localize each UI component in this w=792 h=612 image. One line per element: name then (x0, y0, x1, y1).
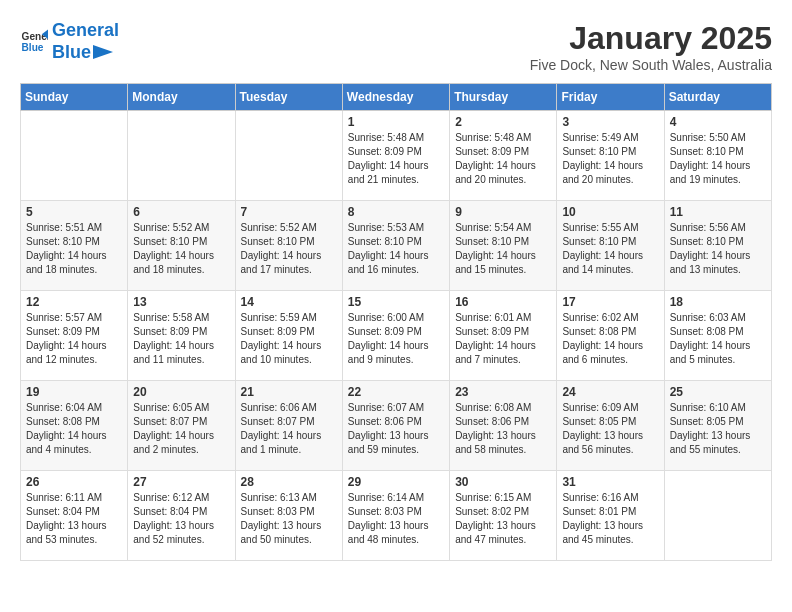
day-detail: Sunrise: 6:16 AM Sunset: 8:01 PM Dayligh… (562, 491, 658, 547)
day-detail: Sunrise: 6:03 AM Sunset: 8:08 PM Dayligh… (670, 311, 766, 367)
day-number: 21 (241, 385, 337, 399)
calendar-cell: 4Sunrise: 5:50 AM Sunset: 8:10 PM Daylig… (664, 111, 771, 201)
day-detail: Sunrise: 6:10 AM Sunset: 8:05 PM Dayligh… (670, 401, 766, 457)
weekday-header: Saturday (664, 84, 771, 111)
day-detail: Sunrise: 6:07 AM Sunset: 8:06 PM Dayligh… (348, 401, 444, 457)
day-detail: Sunrise: 6:01 AM Sunset: 8:09 PM Dayligh… (455, 311, 551, 367)
calendar-cell: 9Sunrise: 5:54 AM Sunset: 8:10 PM Daylig… (450, 201, 557, 291)
day-number: 12 (26, 295, 122, 309)
day-number: 29 (348, 475, 444, 489)
day-detail: Sunrise: 5:52 AM Sunset: 8:10 PM Dayligh… (133, 221, 229, 277)
day-number: 4 (670, 115, 766, 129)
logo-subtext: Blue (52, 42, 119, 64)
day-number: 15 (348, 295, 444, 309)
calendar-cell (128, 111, 235, 201)
logo: General Blue General Blue (20, 20, 119, 63)
calendar-week: 19Sunrise: 6:04 AM Sunset: 8:08 PM Dayli… (21, 381, 772, 471)
day-number: 30 (455, 475, 551, 489)
day-detail: Sunrise: 6:12 AM Sunset: 8:04 PM Dayligh… (133, 491, 229, 547)
calendar-cell: 8Sunrise: 5:53 AM Sunset: 8:10 PM Daylig… (342, 201, 449, 291)
weekday-header: Sunday (21, 84, 128, 111)
calendar-cell: 5Sunrise: 5:51 AM Sunset: 8:10 PM Daylig… (21, 201, 128, 291)
day-detail: Sunrise: 5:53 AM Sunset: 8:10 PM Dayligh… (348, 221, 444, 277)
day-detail: Sunrise: 6:11 AM Sunset: 8:04 PM Dayligh… (26, 491, 122, 547)
day-detail: Sunrise: 6:05 AM Sunset: 8:07 PM Dayligh… (133, 401, 229, 457)
day-number: 20 (133, 385, 229, 399)
calendar-week: 26Sunrise: 6:11 AM Sunset: 8:04 PM Dayli… (21, 471, 772, 561)
calendar-body: 1Sunrise: 5:48 AM Sunset: 8:09 PM Daylig… (21, 111, 772, 561)
day-detail: Sunrise: 5:51 AM Sunset: 8:10 PM Dayligh… (26, 221, 122, 277)
calendar-cell: 2Sunrise: 5:48 AM Sunset: 8:09 PM Daylig… (450, 111, 557, 201)
calendar-cell: 10Sunrise: 5:55 AM Sunset: 8:10 PM Dayli… (557, 201, 664, 291)
calendar-cell: 7Sunrise: 5:52 AM Sunset: 8:10 PM Daylig… (235, 201, 342, 291)
calendar-cell: 26Sunrise: 6:11 AM Sunset: 8:04 PM Dayli… (21, 471, 128, 561)
weekday-header: Monday (128, 84, 235, 111)
day-detail: Sunrise: 5:59 AM Sunset: 8:09 PM Dayligh… (241, 311, 337, 367)
day-number: 19 (26, 385, 122, 399)
calendar-cell: 24Sunrise: 6:09 AM Sunset: 8:05 PM Dayli… (557, 381, 664, 471)
day-detail: Sunrise: 6:08 AM Sunset: 8:06 PM Dayligh… (455, 401, 551, 457)
calendar-week: 1Sunrise: 5:48 AM Sunset: 8:09 PM Daylig… (21, 111, 772, 201)
logo-arrow (93, 45, 113, 59)
day-detail: Sunrise: 5:49 AM Sunset: 8:10 PM Dayligh… (562, 131, 658, 187)
day-number: 6 (133, 205, 229, 219)
day-detail: Sunrise: 5:55 AM Sunset: 8:10 PM Dayligh… (562, 221, 658, 277)
calendar-cell: 27Sunrise: 6:12 AM Sunset: 8:04 PM Dayli… (128, 471, 235, 561)
calendar-cell (21, 111, 128, 201)
day-detail: Sunrise: 6:06 AM Sunset: 8:07 PM Dayligh… (241, 401, 337, 457)
calendar-cell (664, 471, 771, 561)
day-detail: Sunrise: 5:56 AM Sunset: 8:10 PM Dayligh… (670, 221, 766, 277)
day-number: 26 (26, 475, 122, 489)
day-number: 27 (133, 475, 229, 489)
day-detail: Sunrise: 6:13 AM Sunset: 8:03 PM Dayligh… (241, 491, 337, 547)
day-number: 25 (670, 385, 766, 399)
calendar-cell: 13Sunrise: 5:58 AM Sunset: 8:09 PM Dayli… (128, 291, 235, 381)
day-number: 11 (670, 205, 766, 219)
day-number: 17 (562, 295, 658, 309)
title-block: January 2025 Five Dock, New South Wales,… (530, 20, 772, 73)
calendar-cell: 18Sunrise: 6:03 AM Sunset: 8:08 PM Dayli… (664, 291, 771, 381)
day-number: 9 (455, 205, 551, 219)
day-detail: Sunrise: 6:14 AM Sunset: 8:03 PM Dayligh… (348, 491, 444, 547)
day-number: 2 (455, 115, 551, 129)
calendar-cell: 12Sunrise: 5:57 AM Sunset: 8:09 PM Dayli… (21, 291, 128, 381)
calendar-cell: 20Sunrise: 6:05 AM Sunset: 8:07 PM Dayli… (128, 381, 235, 471)
calendar-cell: 28Sunrise: 6:13 AM Sunset: 8:03 PM Dayli… (235, 471, 342, 561)
day-detail: Sunrise: 5:52 AM Sunset: 8:10 PM Dayligh… (241, 221, 337, 277)
day-detail: Sunrise: 6:02 AM Sunset: 8:08 PM Dayligh… (562, 311, 658, 367)
day-detail: Sunrise: 5:50 AM Sunset: 8:10 PM Dayligh… (670, 131, 766, 187)
calendar-cell: 23Sunrise: 6:08 AM Sunset: 8:06 PM Dayli… (450, 381, 557, 471)
weekday-header: Friday (557, 84, 664, 111)
day-number: 23 (455, 385, 551, 399)
day-number: 1 (348, 115, 444, 129)
calendar-cell: 30Sunrise: 6:15 AM Sunset: 8:02 PM Dayli… (450, 471, 557, 561)
weekday-header: Thursday (450, 84, 557, 111)
weekday-header: Tuesday (235, 84, 342, 111)
calendar-cell: 17Sunrise: 6:02 AM Sunset: 8:08 PM Dayli… (557, 291, 664, 381)
location: Five Dock, New South Wales, Australia (530, 57, 772, 73)
calendar-cell: 31Sunrise: 6:16 AM Sunset: 8:01 PM Dayli… (557, 471, 664, 561)
calendar-cell: 1Sunrise: 5:48 AM Sunset: 8:09 PM Daylig… (342, 111, 449, 201)
calendar-cell: 29Sunrise: 6:14 AM Sunset: 8:03 PM Dayli… (342, 471, 449, 561)
calendar-week: 5Sunrise: 5:51 AM Sunset: 8:10 PM Daylig… (21, 201, 772, 291)
calendar-cell: 25Sunrise: 6:10 AM Sunset: 8:05 PM Dayli… (664, 381, 771, 471)
day-number: 7 (241, 205, 337, 219)
day-number: 16 (455, 295, 551, 309)
month-title: January 2025 (530, 20, 772, 57)
calendar-cell: 11Sunrise: 5:56 AM Sunset: 8:10 PM Dayli… (664, 201, 771, 291)
calendar-cell: 19Sunrise: 6:04 AM Sunset: 8:08 PM Dayli… (21, 381, 128, 471)
weekday-header: Wednesday (342, 84, 449, 111)
day-number: 13 (133, 295, 229, 309)
day-detail: Sunrise: 5:54 AM Sunset: 8:10 PM Dayligh… (455, 221, 551, 277)
day-detail: Sunrise: 5:48 AM Sunset: 8:09 PM Dayligh… (455, 131, 551, 187)
calendar-cell: 16Sunrise: 6:01 AM Sunset: 8:09 PM Dayli… (450, 291, 557, 381)
day-number: 22 (348, 385, 444, 399)
calendar-header: SundayMondayTuesdayWednesdayThursdayFrid… (21, 84, 772, 111)
calendar-cell: 15Sunrise: 6:00 AM Sunset: 8:09 PM Dayli… (342, 291, 449, 381)
calendar-cell (235, 111, 342, 201)
calendar-cell: 21Sunrise: 6:06 AM Sunset: 8:07 PM Dayli… (235, 381, 342, 471)
calendar-week: 12Sunrise: 5:57 AM Sunset: 8:09 PM Dayli… (21, 291, 772, 381)
calendar-cell: 14Sunrise: 5:59 AM Sunset: 8:09 PM Dayli… (235, 291, 342, 381)
svg-text:Blue: Blue (22, 42, 44, 53)
calendar-cell: 3Sunrise: 5:49 AM Sunset: 8:10 PM Daylig… (557, 111, 664, 201)
